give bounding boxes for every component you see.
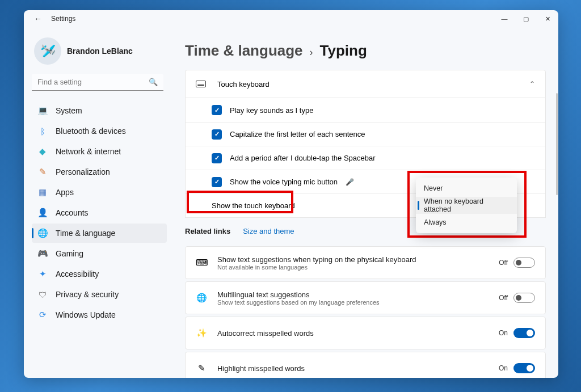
main-pane: Time & language › Typing Touch keyboard … xyxy=(170,27,558,378)
maximize-button[interactable]: ▢ xyxy=(515,10,537,27)
chevron-right-icon: › xyxy=(310,47,313,58)
sidebar-item-windows-update[interactable]: ⟳Windows Update xyxy=(32,305,167,324)
toggle-state-label: Off xyxy=(499,259,508,267)
touch-keyboard-dropdown[interactable]: NeverWhen no keyboard attachedAlways xyxy=(416,178,517,233)
nav-label: Privacy & security xyxy=(56,290,119,299)
toggle-switch[interactable] xyxy=(513,363,535,373)
minimize-button[interactable]: — xyxy=(494,10,515,27)
sidebar-item-accessibility[interactable]: ✦Accessibility xyxy=(32,264,167,284)
checkbox-icon[interactable]: ✓ xyxy=(212,105,222,115)
sidebar-item-gaming[interactable]: 🎮Gaming xyxy=(32,244,167,263)
toggle-switch[interactable] xyxy=(513,293,535,303)
sidebar-item-accounts[interactable]: 👤Accounts xyxy=(32,203,167,222)
nav-icon: 💻 xyxy=(37,106,48,116)
nav-icon: 👤 xyxy=(37,208,48,218)
nav-label: Apps xyxy=(56,188,74,197)
sidebar-item-bluetooth-devices[interactable]: ᛒBluetooth & devices xyxy=(32,121,167,141)
related-links-label: Related links xyxy=(185,227,230,235)
touch-keyboard-option[interactable]: ✓Play key sounds as I type xyxy=(186,98,545,122)
sidebar-item-privacy-security[interactable]: 🛡Privacy & security xyxy=(32,285,167,304)
search-input[interactable] xyxy=(37,78,149,86)
dropdown-option[interactable]: Never xyxy=(416,180,517,197)
page-title: Typing xyxy=(320,42,367,60)
close-button[interactable]: ✕ xyxy=(537,10,558,27)
setting-title: Highlight misspelled words xyxy=(217,364,305,373)
setting-subtitle: Show text suggestions based on my langua… xyxy=(217,299,380,306)
option-label: Capitalize the first letter of each sent… xyxy=(230,130,365,138)
sidebar-item-time-language[interactable]: 🌐Time & language xyxy=(32,224,167,243)
nav-icon: ⟳ xyxy=(37,310,48,320)
checkbox-icon[interactable]: ✓ xyxy=(212,153,222,163)
nav-icon: ✦ xyxy=(37,269,48,279)
breadcrumb: Time & language › Typing xyxy=(185,42,546,60)
setting-row[interactable]: ✨ Autocorrect misspelled words On xyxy=(185,317,546,349)
sidebar-item-apps[interactable]: ▦Apps xyxy=(32,183,167,202)
search-icon: 🔍 xyxy=(149,78,158,86)
checkbox-icon[interactable]: ✓ xyxy=(212,177,222,187)
mic-icon: 🎤 xyxy=(346,178,354,186)
touch-keyboard-title: Touch keyboard xyxy=(217,80,270,88)
settings-window: ← Settings — ▢ ✕ 🛩️ Brandon LeBlanc 🔍 💻S… xyxy=(24,10,558,378)
setting-icon: ✎ xyxy=(196,363,207,373)
setting-subtitle: Not available in some languages xyxy=(217,264,416,271)
sidebar-item-personalization[interactable]: ✎Personalization xyxy=(32,162,167,182)
option-label: Show the touch keyboard xyxy=(212,201,295,210)
toggle-state-label: On xyxy=(499,329,508,337)
toggle-switch[interactable] xyxy=(513,258,535,268)
scrollbar[interactable] xyxy=(556,93,558,195)
back-button[interactable]: ← xyxy=(34,14,42,23)
window-title: Settings xyxy=(51,15,75,23)
nav-label: Windows Update xyxy=(56,310,116,319)
setting-icon: 🌐 xyxy=(196,293,207,303)
touch-keyboard-option[interactable]: ✓Add a period after I double-tap the Spa… xyxy=(186,146,545,170)
toggle-state-label: On xyxy=(499,364,508,372)
dropdown-option[interactable]: Always xyxy=(416,214,517,231)
setting-row[interactable]: 🌐 Multilingual text suggestions Show tex… xyxy=(185,281,546,314)
nav-icon: 🌐 xyxy=(37,228,48,238)
nav-icon: 🎮 xyxy=(37,248,48,259)
setting-icon: ⌨ xyxy=(196,258,207,268)
nav-icon: ✎ xyxy=(37,167,48,177)
profile-name: Brandon LeBlanc xyxy=(67,47,133,56)
dropdown-option[interactable]: When no keyboard attached xyxy=(416,197,517,214)
nav-icon: ᛒ xyxy=(37,127,48,136)
checkbox-icon[interactable]: ✓ xyxy=(212,129,222,140)
setting-title: Show text suggestions when typing on the… xyxy=(217,255,416,264)
nav-icon: ◆ xyxy=(37,146,48,157)
avatar: 🛩️ xyxy=(34,37,61,65)
nav-label: Network & internet xyxy=(56,147,121,156)
sidebar-item-system[interactable]: 💻System xyxy=(32,101,167,120)
nav-label: Accounts xyxy=(56,208,89,217)
setting-row[interactable]: ✎ Highlight misspelled words On xyxy=(185,352,546,378)
touch-keyboard-option[interactable]: ✓Capitalize the first letter of each sen… xyxy=(186,122,545,146)
setting-title: Autocorrect misspelled words xyxy=(217,329,314,338)
nav-icon: 🛡 xyxy=(37,290,48,300)
sidebar-item-network-internet[interactable]: ◆Network & internet xyxy=(32,142,167,161)
setting-icon: ✨ xyxy=(196,328,207,338)
option-label: Play key sounds as I type xyxy=(230,106,313,115)
nav-label: Time & language xyxy=(56,229,115,238)
search-box[interactable]: 🔍 xyxy=(32,74,163,91)
size-and-theme-link[interactable]: Size and theme xyxy=(243,227,294,235)
breadcrumb-parent[interactable]: Time & language xyxy=(185,42,303,60)
nav-label: Gaming xyxy=(56,249,83,258)
touch-keyboard-header[interactable]: Touch keyboard ⌃ xyxy=(185,70,546,98)
titlebar: ← Settings — ▢ ✕ xyxy=(24,10,558,27)
chevron-up-icon: ⌃ xyxy=(529,80,535,88)
setting-row[interactable]: ⌨ Show text suggestions when typing on t… xyxy=(185,246,546,279)
setting-title: Multilingual text suggestions xyxy=(217,290,380,299)
nav-label: System xyxy=(56,106,82,115)
profile[interactable]: 🛩️ Brandon LeBlanc xyxy=(32,35,167,74)
sidebar: 🛩️ Brandon LeBlanc 🔍 💻SystemᛒBluetooth &… xyxy=(24,27,170,378)
option-label: Add a period after I double-tap the Spac… xyxy=(230,154,376,162)
nav-label: Bluetooth & devices xyxy=(56,127,126,136)
nav-label: Personalization xyxy=(56,167,110,176)
toggle-state-label: Off xyxy=(499,294,508,302)
nav-icon: ▦ xyxy=(37,187,48,197)
toggle-switch[interactable] xyxy=(513,328,535,338)
nav-label: Accessibility xyxy=(56,269,99,279)
option-label: Show the voice typing mic button xyxy=(230,178,338,186)
keyboard-icon xyxy=(196,81,206,87)
